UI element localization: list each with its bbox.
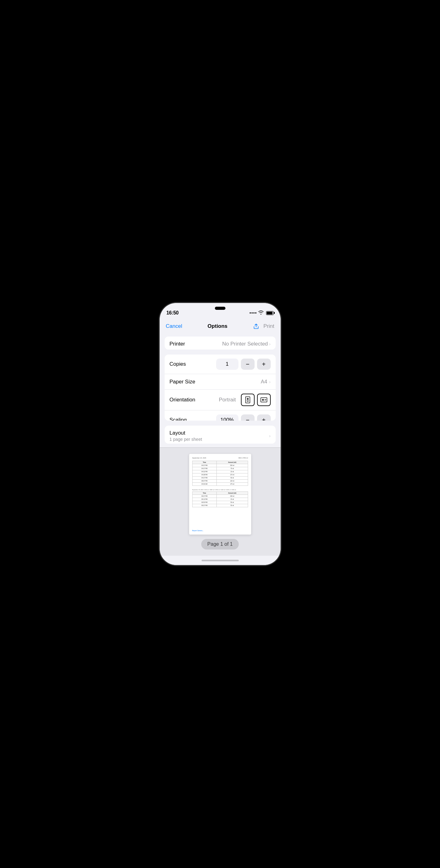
scaling-label: Scaling <box>170 417 216 421</box>
copies-controls: 1 − + <box>216 359 271 370</box>
copies-increase-button[interactable]: + <box>257 359 271 370</box>
preview-page: September 18, 2026 MSC 2783 ml Time Amou… <box>189 454 251 535</box>
layout-row[interactable]: Layout 1 page per sheet › <box>165 426 276 444</box>
preview-table2-header-amount: Amount (ml) <box>217 492 248 495</box>
paper-size-row[interactable]: Paper Size A4 › <box>165 374 276 390</box>
landscape-icon <box>261 397 267 403</box>
orientation-buttons <box>241 394 271 406</box>
sheet-header: Cancel Options Print <box>160 318 281 333</box>
status-icons <box>249 310 274 315</box>
sheet-content: Printer No Printer Selected › Copies 1 <box>160 333 281 447</box>
preview-table1-header-amount: Amount (ml) <box>217 461 248 464</box>
preview-id: MSC 2783 ml <box>238 457 248 459</box>
table-row: 06:37 PM230 ml <box>192 495 248 498</box>
svg-point-1 <box>247 398 249 400</box>
signal-icon <box>249 312 257 314</box>
share-icon <box>253 323 259 330</box>
scaling-decrease-button[interactable]: − <box>241 414 255 421</box>
preview-table1-header-time: Time <box>192 461 217 464</box>
printer-label: Printer <box>170 341 185 347</box>
preview-section: September 18, 2026 MSC 2783 ml Time Amou… <box>160 447 281 556</box>
paper-size-value: A4 <box>261 379 267 385</box>
table-row: 04:30 AM175 ml <box>192 483 248 486</box>
copies-row: Copies 1 − + <box>165 354 276 374</box>
scaling-row: Scaling 100% − + <box>165 410 276 421</box>
layout-card: Layout 1 page per sheet › <box>165 426 276 444</box>
layout-text: Layout 1 page per sheet <box>170 430 202 442</box>
status-bar: 16:50 <box>160 303 281 318</box>
share-button[interactable] <box>253 323 259 330</box>
printer-chevron-icon: › <box>269 341 271 346</box>
sheet-title: Options <box>207 323 227 330</box>
table-row: 04:32 PM15 ml <box>192 470 248 473</box>
orientation-label: Orientation <box>170 397 219 403</box>
svg-rect-3 <box>247 401 249 402</box>
preview-table-2: Time Amount (ml) 06:37 PM230 ml 06:12 PM… <box>192 491 248 507</box>
cancel-button[interactable]: Cancel <box>166 323 182 330</box>
table-row: 04:37 PM75 ml <box>192 467 248 470</box>
table-row: 04:37 PM250 ml <box>192 464 248 467</box>
paper-size-label: Paper Size <box>170 379 261 385</box>
layout-title: Layout <box>170 430 202 436</box>
landscape-button[interactable] <box>257 394 271 406</box>
copies-label: Copies <box>170 361 216 367</box>
phone-frame: 16:50 <box>160 303 281 565</box>
preview-table-1: Time Amount (ml) 04:37 PM250 ml 04:37 PM… <box>192 461 248 486</box>
preview-footer: Report Genera... <box>192 530 248 531</box>
table-row: 06:37 PM55 ml <box>192 504 248 507</box>
svg-rect-6 <box>265 399 266 400</box>
svg-rect-2 <box>246 400 249 401</box>
table-row: 06:12 PM15 ml <box>192 498 248 501</box>
scaling-controls: 100% − + <box>216 414 271 421</box>
paper-size-chevron-icon: › <box>269 379 271 384</box>
dynamic-island <box>215 307 226 310</box>
header-actions: Print <box>253 323 274 330</box>
orientation-row: Orientation Portrait <box>165 390 276 410</box>
printer-card: Printer No Printer Selected › <box>165 337 276 349</box>
print-options-sheet: Cancel Options Print P <box>160 318 281 565</box>
home-indicator <box>160 556 281 565</box>
preview-date: September 18, 2026 <box>192 457 206 459</box>
orientation-value: Portrait <box>219 397 236 403</box>
phone-screen: 16:50 <box>160 303 281 565</box>
table-row: 04:37 PM50 ml <box>192 476 248 479</box>
svg-rect-7 <box>265 400 266 401</box>
preview-table2-header-time: Time <box>192 492 217 495</box>
copies-decrease-button[interactable]: − <box>241 359 255 370</box>
layout-subtitle: 1 page per sheet <box>170 437 202 442</box>
print-button[interactable]: Print <box>264 323 274 330</box>
scaling-increase-button[interactable]: + <box>257 414 271 421</box>
page-indicator: Page 1 of 1 <box>201 539 239 550</box>
layout-chevron-icon: › <box>269 433 271 438</box>
wifi-icon <box>258 310 264 315</box>
preview-page-header: September 18, 2026 MSC 2783 ml <box>192 457 248 459</box>
portrait-button[interactable] <box>241 394 255 406</box>
status-time: 16:50 <box>167 310 179 316</box>
preview-separator: September 19, 2026 / 2310 ml / 2000 ml /… <box>192 489 248 491</box>
printer-selected: No Printer Selected <box>222 341 268 347</box>
home-bar <box>202 560 239 561</box>
portrait-icon <box>245 397 250 403</box>
table-row: 08:37 PM120 ml <box>192 479 248 483</box>
settings-card: Copies 1 − + Paper Size A4 › <box>165 354 276 421</box>
table-row: 06:50 PM50 ml <box>192 501 248 504</box>
copies-value: 1 <box>216 359 238 370</box>
printer-row[interactable]: Printer No Printer Selected › <box>165 337 276 349</box>
svg-point-5 <box>262 399 264 401</box>
scaling-value: 100% <box>216 414 238 421</box>
table-row: 04:38 PM170 ml <box>192 473 248 476</box>
printer-value: No Printer Selected › <box>222 341 270 347</box>
battery-icon <box>266 311 274 315</box>
